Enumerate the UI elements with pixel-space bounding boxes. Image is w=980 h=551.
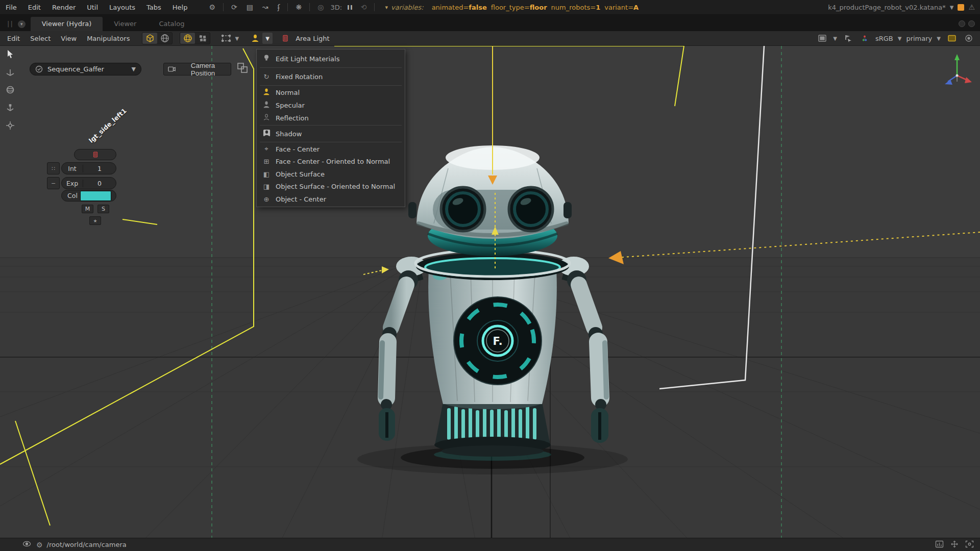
- refresh-icon[interactable]: ⟲: [356, 3, 372, 11]
- camera-position-button[interactable]: Camera Position: [163, 63, 231, 76]
- exposure-minus-button[interactable]: −: [47, 177, 60, 189]
- look-through-eye-icon[interactable]: [22, 540, 31, 549]
- viewer-menu-manipulators[interactable]: Manipulators: [82, 35, 135, 42]
- menu-item-fixed-rotation[interactable]: ↻ Fixed Rotation: [257, 68, 405, 85]
- hook-icon[interactable]: ʄ: [273, 3, 285, 11]
- duplicate-squares-icon[interactable]: [236, 61, 249, 76]
- menu-item-reflection[interactable]: Reflection: [257, 112, 405, 124]
- gaffer-selector-dropdown[interactable]: Sequence_Gaffer ▼: [30, 63, 141, 76]
- star-icon: ★: [93, 218, 97, 223]
- colorspace-caret-icon[interactable]: ▼: [896, 36, 903, 41]
- menu-item-specular[interactable]: Specular: [257, 99, 405, 112]
- marquee-dropdown-caret-icon[interactable]: ▼: [233, 36, 240, 41]
- menu-util[interactable]: Util: [81, 4, 104, 11]
- menu-item-object-surface-oriented[interactable]: ◨ Object Surface - Oriented to Normal: [257, 181, 405, 193]
- translate-manipulator-icon[interactable]: [5, 67, 15, 79]
- intensity-field[interactable]: Int 1: [61, 162, 116, 174]
- menu-separator: [260, 67, 402, 68]
- fit-view-icon[interactable]: [965, 540, 974, 549]
- look-through-path[interactable]: /root/world/cam/camera: [47, 541, 127, 548]
- render-stats-icon[interactable]: [935, 540, 944, 549]
- shaded-mode-cube-icon[interactable]: [142, 33, 157, 44]
- pan-view-icon[interactable]: [950, 540, 959, 549]
- tab-catalog[interactable]: Catalog: [148, 17, 195, 31]
- render-status-icon[interactable]: [958, 4, 964, 11]
- menu-item-edit-light-materials[interactable]: Edit Light Materials: [257, 51, 405, 67]
- menu-item-shadow[interactable]: Shadow: [257, 126, 405, 141]
- menu-separator: [260, 125, 402, 126]
- pane-options-icon[interactable]: ▾: [18, 20, 26, 28]
- menu-item-face-center[interactable]: ⌖ Face - Center: [257, 143, 405, 156]
- viewer-menu-view[interactable]: View: [56, 35, 82, 42]
- person-icon-selected: [262, 88, 271, 97]
- pivot-manipulator-icon[interactable]: [5, 120, 15, 132]
- menu-item-normal[interactable]: Normal: [257, 86, 405, 99]
- texture-tiles-icon[interactable]: [195, 33, 210, 44]
- minus-icon: −: [51, 180, 56, 187]
- viewer-menu-edit[interactable]: Edit: [2, 35, 25, 42]
- tab-viewer-hydra[interactable]: Viewer (Hydra): [31, 17, 103, 31]
- intensity-value[interactable]: 1: [83, 165, 116, 172]
- channel-label[interactable]: primary: [905, 35, 933, 42]
- clapperboard-icon[interactable]: ▤: [242, 3, 258, 11]
- colorspace-label[interactable]: sRGB: [874, 35, 894, 42]
- graph-state-variables[interactable]: ▾ variables: animated=false floor_type=f…: [385, 4, 639, 11]
- pane-drag-handle[interactable]: ||: [0, 20, 17, 31]
- camera-icon: [168, 66, 176, 72]
- pane-maximize-icon[interactable]: [959, 20, 965, 27]
- menu-render[interactable]: Render: [46, 4, 81, 11]
- variable-value: floor: [530, 4, 547, 11]
- menu-tabs[interactable]: Tabs: [141, 4, 167, 11]
- variables-caret-icon[interactable]: ▾: [385, 4, 388, 11]
- gaffer-selector-caret-icon[interactable]: ▼: [132, 66, 136, 72]
- marquee-select-icon[interactable]: [218, 33, 233, 44]
- menu-layouts[interactable]: Layouts: [104, 4, 141, 11]
- exposure-field[interactable]: Exp 0: [61, 177, 116, 189]
- viewer-menu-select[interactable]: Select: [25, 35, 56, 42]
- display-mode-icon[interactable]: [815, 33, 829, 44]
- display-mode-caret-icon[interactable]: ▼: [831, 36, 839, 41]
- menu-item-object-center[interactable]: ⊕ Object - Center: [257, 193, 405, 206]
- snapping-flag-icon[interactable]: [841, 33, 855, 44]
- viewport-3d-scene[interactable]: F.: [0, 46, 980, 538]
- scale-manipulator-icon[interactable]: [5, 103, 15, 114]
- menu-help[interactable]: Help: [167, 4, 193, 11]
- area-light-icon: [278, 33, 292, 44]
- eye-toggle-icon[interactable]: [961, 33, 976, 44]
- warning-icon[interactable]: ⚠: [968, 3, 975, 11]
- menu-edit[interactable]: Edit: [22, 4, 46, 11]
- select-cursor-icon[interactable]: [5, 49, 15, 61]
- face-center-icon: ⌖: [262, 145, 271, 153]
- settings-gear-icon[interactable]: ⚙: [204, 3, 220, 11]
- wireframe-sphere-icon[interactable]: [180, 33, 195, 44]
- menu-item-label: Normal: [276, 89, 300, 96]
- flask-icon[interactable]: ❋: [291, 3, 306, 11]
- tab-viewer[interactable]: Viewer: [103, 17, 148, 31]
- recycle-icon[interactable]: ⟳: [227, 3, 242, 11]
- exposure-value[interactable]: 0: [83, 180, 116, 187]
- camera-settings-gear-icon[interactable]: ⚙: [36, 541, 43, 549]
- light-color-swatch[interactable]: [80, 191, 111, 201]
- emblem-text: F.: [493, 335, 502, 347]
- monitor-output-icon[interactable]: [944, 33, 959, 44]
- light-type-pill-button[interactable]: [74, 149, 116, 160]
- menu-item-object-surface[interactable]: ◧ Object Surface: [257, 168, 405, 181]
- light-mode-person-icon[interactable]: [248, 33, 262, 44]
- pane-close-icon[interactable]: [968, 20, 975, 27]
- menu-item-face-center-oriented[interactable]: ⊞ Face - Center - Oriented to Normal: [257, 156, 405, 168]
- menu-file[interactable]: File: [0, 4, 22, 11]
- channel-caret-icon[interactable]: ▼: [935, 36, 942, 41]
- pause-icon[interactable]: II: [344, 4, 356, 11]
- exposure-label: Exp: [62, 180, 83, 187]
- globe-mode-icon[interactable]: [157, 33, 172, 44]
- document-title-caret-icon[interactable]: ▼: [950, 5, 954, 10]
- intensity-drag-handle[interactable]: ∷: [47, 162, 60, 174]
- solo-button[interactable]: S: [97, 205, 109, 213]
- curve-editor-icon[interactable]: ↝: [258, 3, 273, 11]
- person-icon: [262, 101, 271, 110]
- favorite-star-button[interactable]: ★: [89, 216, 101, 225]
- mute-button[interactable]: M: [82, 205, 93, 213]
- area-light-icon: [92, 151, 99, 158]
- light-mode-dropdown-caret-icon[interactable]: ▼: [262, 33, 273, 44]
- rotate-manipulator-icon[interactable]: [5, 85, 15, 96]
